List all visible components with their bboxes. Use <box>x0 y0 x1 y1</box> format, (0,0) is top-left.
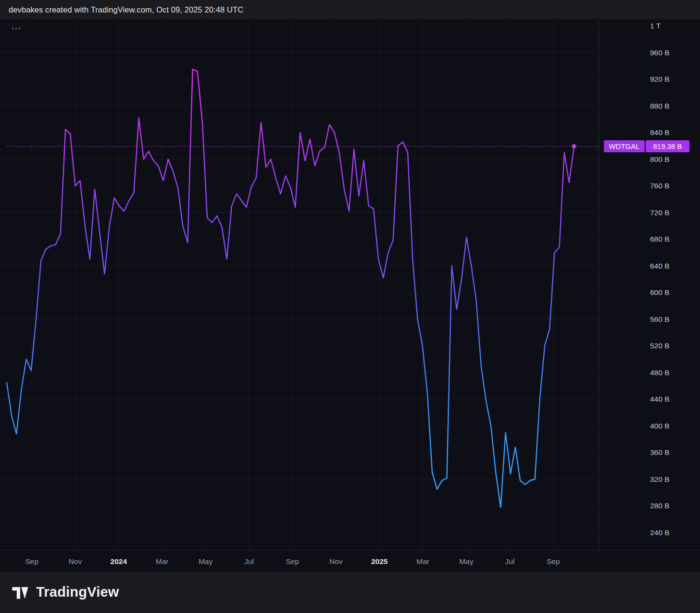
attribution-text: devbakes created with TradingView.com, O… <box>9 5 243 14</box>
y-axis-label: 1 T <box>650 22 661 30</box>
y-axis-label: 920 B <box>650 75 670 84</box>
y-axis-label: 360 B <box>650 448 670 457</box>
x-axis-label: Sep <box>10 557 53 566</box>
y-axis-label: 320 B <box>650 475 670 484</box>
y-axis-label: 240 B <box>650 528 670 537</box>
y-axis-label: 640 B <box>650 262 670 270</box>
y-axis-label: 600 B <box>650 288 670 297</box>
x-axis-label: Jul <box>488 557 531 566</box>
x-axis-label: Nov <box>53 557 97 566</box>
y-axis-label: 480 B <box>650 368 670 377</box>
y-axis-label: 840 B <box>650 128 670 137</box>
x-axis-label: Nov <box>314 557 358 566</box>
x-axis-label: Jul <box>227 557 271 566</box>
y-axis-label: 880 B <box>650 102 670 110</box>
attribution-bar: devbakes created with TradingView.com, O… <box>0 0 700 19</box>
brand-wordmark: TradingView <box>36 584 119 600</box>
x-axis-label: Sep <box>271 557 314 566</box>
y-axis-label: 960 B <box>650 49 670 57</box>
price-axis[interactable]: 1 T960 B920 B880 B840 B800 B760 B720 B68… <box>0 19 700 551</box>
y-axis-label: 560 B <box>650 315 670 324</box>
symbol-label-badge: WDTGAL <box>604 140 645 152</box>
y-axis-label: 400 B <box>650 422 670 430</box>
footer: TradingView <box>0 572 700 613</box>
last-price-badge: 819.38 B <box>646 140 689 152</box>
x-axis-label: 2025 <box>358 557 401 566</box>
y-axis-label: 440 B <box>650 395 670 404</box>
chart-panel: ... 1 T960 B920 B880 B840 B800 B760 B720… <box>0 19 700 572</box>
x-axis-label: Mar <box>140 557 184 566</box>
y-axis-label: 520 B <box>650 342 670 350</box>
time-axis[interactable]: SepNov2024MarMayJulSepNov2025MarMayJulSe… <box>0 551 700 572</box>
tradingview-logo-icon <box>11 582 30 601</box>
x-axis-label: May <box>184 557 227 566</box>
x-axis-label: Mar <box>401 557 445 566</box>
y-axis-label: 280 B <box>650 502 670 510</box>
y-axis-label: 800 B <box>650 155 670 164</box>
y-axis-label: 680 B <box>650 235 670 244</box>
x-axis-label: Sep <box>532 557 575 566</box>
y-axis-label: 760 B <box>650 182 670 190</box>
tradingview-logo-link[interactable]: TradingView <box>11 582 119 601</box>
x-axis-label: May <box>445 557 488 566</box>
x-axis-label: 2024 <box>97 557 140 566</box>
y-axis-label: 720 B <box>650 208 670 217</box>
